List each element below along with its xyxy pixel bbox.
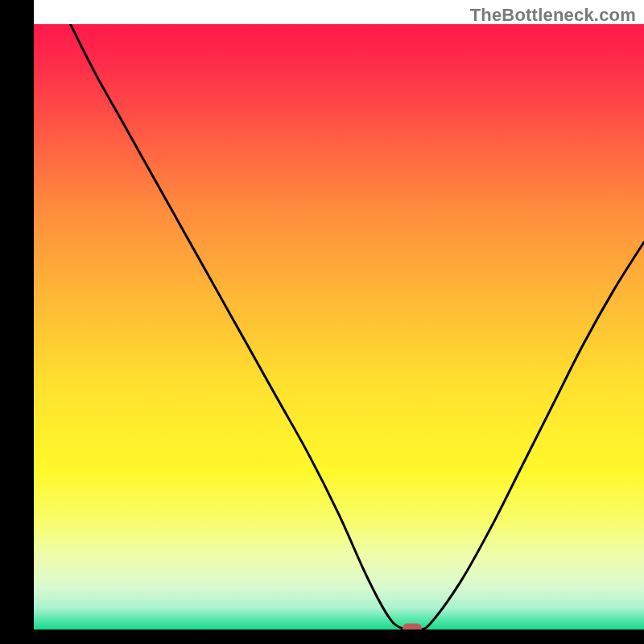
chart-container: TheBottleneck.com bbox=[0, 0, 644, 644]
bottom-border-mask bbox=[0, 630, 644, 644]
left-border-mask bbox=[0, 0, 34, 644]
watermark-text: TheBottleneck.com bbox=[470, 5, 636, 26]
chart-svg bbox=[0, 0, 644, 644]
gradient-background bbox=[34, 24, 644, 630]
